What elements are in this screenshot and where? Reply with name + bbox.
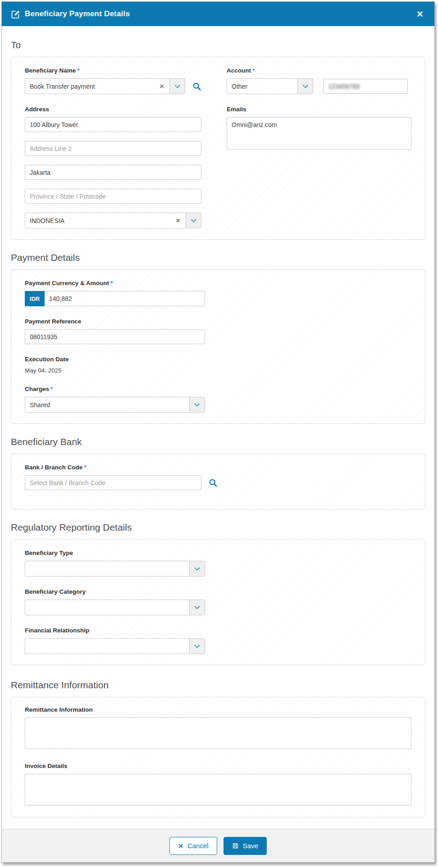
cancel-button-label: Cancel (187, 842, 209, 850)
required-marker: * (252, 67, 255, 74)
beneficiary-payment-details-modal: Beneficiary Payment Details ✕ To Benefic… (1, 1, 435, 863)
account-type-value: Other (227, 79, 297, 94)
account-label: Account* (227, 67, 411, 74)
required-marker: * (84, 464, 86, 471)
modal-title: Beneficiary Payment Details (25, 9, 130, 18)
edit-icon (11, 9, 20, 19)
chevron-down-icon[interactable] (297, 79, 313, 94)
save-button[interactable]: Save (224, 837, 267, 855)
section-heading-regulatory: Regulatory Reporting Details (11, 522, 425, 533)
financial-relationship-value (25, 639, 189, 654)
country-combobox[interactable]: INDONESIA ✕ (25, 213, 201, 228)
beneficiary-name-value: Book Transfer payment (25, 79, 154, 94)
payment-reference-input[interactable] (25, 329, 205, 344)
emails-label: Emails (227, 106, 411, 113)
regulatory-section: Beneficiary Type Beneficiary Category Fi… (11, 539, 425, 665)
beneficiary-category-select[interactable] (25, 600, 205, 615)
search-icon[interactable] (192, 82, 201, 91)
section-heading-payment-details: Payment Details (11, 252, 425, 263)
invoice-details-label: Invoice Details (25, 763, 411, 769)
account-number-input[interactable] (323, 79, 408, 94)
save-disk-icon (232, 842, 239, 849)
remittance-information-label: Remittance Information (25, 706, 411, 713)
execution-date-label: Execution Date (25, 356, 411, 363)
chevron-down-icon[interactable] (189, 600, 205, 615)
chevron-down-icon[interactable] (189, 561, 205, 576)
beneficiary-name-label: Beneficiary Name* (25, 67, 201, 74)
beneficiary-type-select[interactable] (25, 561, 205, 577)
beneficiary-bank-section: Bank / Branch Code* (11, 454, 425, 509)
chevron-down-icon[interactable] (169, 79, 185, 94)
account-type-select[interactable]: Other (227, 78, 313, 94)
currency-badge: IDR (25, 291, 45, 306)
address-line1-input[interactable] (25, 117, 201, 132)
address-label: Address (25, 106, 201, 113)
payment-reference-label: Payment Reference (25, 318, 411, 325)
chevron-down-icon[interactable] (189, 639, 205, 654)
payment-amount-input[interactable] (45, 291, 205, 306)
address-province-input[interactable] (25, 189, 201, 204)
clear-icon[interactable]: ✕ (170, 213, 186, 228)
emails-textarea[interactable]: Omni@anz.com (227, 117, 411, 150)
chevron-down-icon[interactable] (189, 397, 205, 412)
beneficiary-type-label: Beneficiary Type (25, 550, 411, 556)
beneficiary-category-label: Beneficiary Category (25, 588, 411, 595)
payment-currency-amount-label: Payment Currency & Amount* (25, 280, 411, 286)
charges-value: Shared (25, 397, 189, 412)
address-city-input[interactable] (25, 165, 201, 180)
chevron-down-icon[interactable] (186, 213, 201, 228)
modal-footer: ✕ Cancel Save (2, 829, 434, 862)
to-section: Beneficiary Name* Book Transfer payment … (11, 57, 425, 240)
execution-date-value: May 04, 2025 (25, 367, 411, 374)
charges-select[interactable]: Shared (25, 397, 205, 413)
required-marker: * (110, 280, 113, 286)
clear-icon[interactable]: ✕ (154, 79, 169, 94)
beneficiary-category-value (25, 600, 189, 615)
required-marker: * (50, 386, 53, 392)
country-value: INDONESIA (25, 213, 170, 228)
section-heading-to: To (11, 40, 425, 50)
section-heading-remittance: Remittance Information (11, 680, 425, 691)
remittance-section: Remittance Information Invoice Details (11, 697, 425, 818)
address-line2-input[interactable] (25, 141, 201, 156)
search-icon[interactable] (209, 478, 218, 487)
modal-body: To Beneficiary Name* Book Transfer payme… (2, 26, 434, 829)
section-heading-beneficiary-bank: Beneficiary Bank (11, 436, 425, 447)
modal-header: Beneficiary Payment Details ✕ (2, 2, 434, 26)
page-background: Beneficiary Payment Details ✕ To Benefic… (0, 0, 438, 868)
invoice-details-textarea[interactable] (25, 774, 411, 805)
financial-relationship-label: Financial Relationship (25, 627, 411, 634)
cancel-x-icon: ✕ (178, 842, 183, 850)
save-button-label: Save (243, 842, 258, 850)
remittance-information-textarea[interactable] (25, 718, 411, 749)
required-marker: * (77, 67, 79, 74)
charges-label: Charges* (25, 386, 411, 392)
bank-branch-code-label: Bank / Branch Code* (25, 464, 411, 471)
bank-branch-code-input[interactable] (25, 475, 201, 490)
beneficiary-type-value (25, 561, 189, 576)
beneficiary-name-combobox[interactable]: Book Transfer payment ✕ (25, 78, 185, 94)
cancel-button[interactable]: ✕ Cancel (169, 837, 217, 855)
payment-details-section: Payment Currency & Amount* IDR Payment R… (11, 269, 425, 424)
close-icon[interactable]: ✕ (415, 8, 425, 20)
financial-relationship-select[interactable] (25, 638, 205, 654)
